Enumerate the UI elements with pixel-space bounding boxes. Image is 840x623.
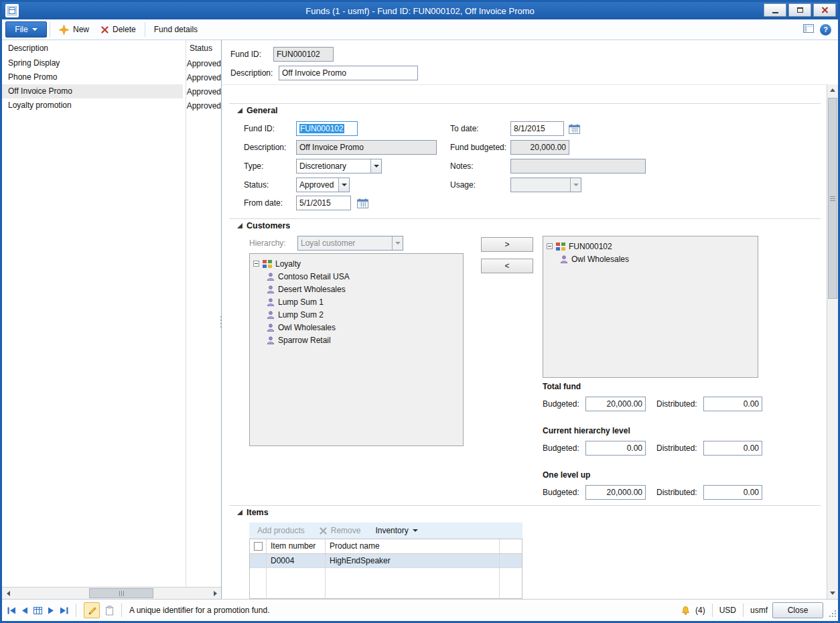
caret-down-icon [374,165,379,170]
inventory-label: Inventory [375,526,408,535]
first-record-icon [7,607,16,614]
type-label: Type: [244,159,263,174]
scroll-right-icon [214,591,217,596]
to-date-field[interactable]: 8/1/2015 [510,121,564,136]
general-description-field: Off Invoice Promo [296,140,437,155]
help-icon[interactable]: ? [820,24,831,36]
total-fund-distributed-field: 0.00 [703,397,762,411]
scroll-up-icon [830,88,835,92]
row-description: Phone Promo [2,70,183,84]
notifications-button[interactable] [681,606,691,616]
budgeted-label: Budgeted: [543,397,579,411]
dropdown-button[interactable] [370,159,381,173]
select-all-checkbox[interactable] [250,539,267,553]
tree-collapse-icon[interactable] [253,261,259,267]
row-checkbox-cell[interactable] [250,554,267,567]
minimize-icon [772,12,778,13]
column-header-description[interactable]: Description [2,44,186,53]
attach-clipboard-button[interactable] [105,606,114,616]
maximize-button[interactable] [788,3,811,17]
scrollbar-track[interactable] [14,587,209,599]
tree-root-item[interactable]: FUN000102 [547,240,754,253]
tree-root-item[interactable]: Loyalty [253,257,460,270]
notification-count[interactable]: (4) [695,606,705,615]
scroll-down-button[interactable] [827,587,838,599]
close-window-button[interactable] [813,3,836,17]
move-left-button[interactable]: < [481,259,533,273]
tree-item[interactable]: Lump Sum 2 [267,308,460,321]
item-number-cell: D0004 [267,554,326,567]
table-row[interactable]: Spring Display Approved [2,56,221,70]
horizontal-scrollbar[interactable] [2,587,221,599]
scroll-up-button[interactable] [827,84,838,96]
dropdown-button [392,236,403,250]
red-x-delete-icon [101,26,109,33]
dropdown-button[interactable] [338,178,349,192]
scroll-left-button[interactable] [2,587,14,599]
statusbar-separator [743,604,744,617]
status-select[interactable]: Approved [296,178,350,192]
layout-panes-icon[interactable] [803,24,814,35]
person-icon [267,336,275,344]
usage-select [510,178,581,192]
table-row[interactable]: Loyalty promotion Approved [2,98,221,113]
fund-details-tab[interactable]: Fund details [148,21,204,38]
move-right-button[interactable]: > [481,237,533,252]
row-status: Approved [183,87,221,96]
resize-grip[interactable] [829,610,837,620]
next-record-button[interactable] [48,607,54,614]
items-toolbar: Add products Remove Inventory [249,523,522,539]
scroll-right-button[interactable] [209,587,221,599]
section-customers[interactable]: Customers [237,221,290,230]
last-record-button[interactable] [60,607,68,614]
file-menu-button[interactable]: File [5,21,47,38]
general-fund-id-field[interactable]: FUN000102 [296,121,358,136]
column-header-status[interactable]: Status [186,44,212,53]
tree-item[interactable]: Contoso Retail USA [267,270,460,283]
table-row-selected[interactable]: Off Invoice Promo Approved [2,84,221,98]
grid-header-filler [500,539,522,553]
close-button[interactable]: Close [772,602,823,618]
from-date-calendar-button[interactable] [355,196,370,210]
minimize-button[interactable] [764,3,786,17]
remove-button: Remove [320,526,361,535]
from-date-field[interactable]: 5/1/2015 [296,196,351,210]
tree-item[interactable]: Owl Wholesales [267,321,460,334]
tree-item[interactable]: Owl Wholesales [560,253,754,265]
grid-empty-area [250,568,522,599]
distributed-label: Distributed: [656,397,697,411]
first-record-button[interactable] [7,607,16,614]
delete-button[interactable]: Delete [95,21,142,38]
column-header-item-number[interactable]: Item number [267,539,326,553]
to-date-calendar-button[interactable] [567,121,581,136]
detail-panel: Fund ID: FUN000102 Description: Off Invo… [222,40,838,599]
scrollbar-thumb[interactable] [828,98,837,299]
vertical-scrollbar[interactable] [827,84,838,599]
tree-item[interactable]: Sparrow Retail [267,334,460,346]
edit-mode-button[interactable] [84,602,100,618]
maximize-icon [797,7,803,13]
section-items[interactable]: Items [237,508,269,517]
add-products-label: Add products [257,526,305,535]
fund-budgeted-label: Fund budgeted: [450,140,506,155]
new-button[interactable]: New [53,21,95,38]
table-row[interactable]: Phone Promo Approved [2,70,221,84]
previous-record-button[interactable] [21,607,28,614]
grid-row[interactable]: D0004 HighEndSpeaker [250,554,522,568]
inventory-menu-button[interactable]: Inventory [375,526,417,535]
toolbar-separator [50,22,50,37]
column-header-product-name[interactable]: Product name [326,539,500,553]
notes-label: Notes: [450,159,474,174]
section-general[interactable]: General [237,106,278,115]
tree-item[interactable]: Lump Sum 1 [267,295,460,308]
grid-view-button[interactable] [33,607,42,614]
row-filler [500,554,522,567]
checkbox-icon [254,542,263,551]
fund-details-label: Fund details [154,25,198,34]
tree-collapse-icon[interactable] [547,243,553,249]
scrollbar-thumb[interactable] [89,588,153,598]
type-select[interactable]: Discretionary [296,159,382,174]
description-field[interactable]: Off Invoice Promo [279,66,418,80]
row-status: Approved [183,59,221,68]
tree-item[interactable]: Desert Wholesales [267,283,460,295]
